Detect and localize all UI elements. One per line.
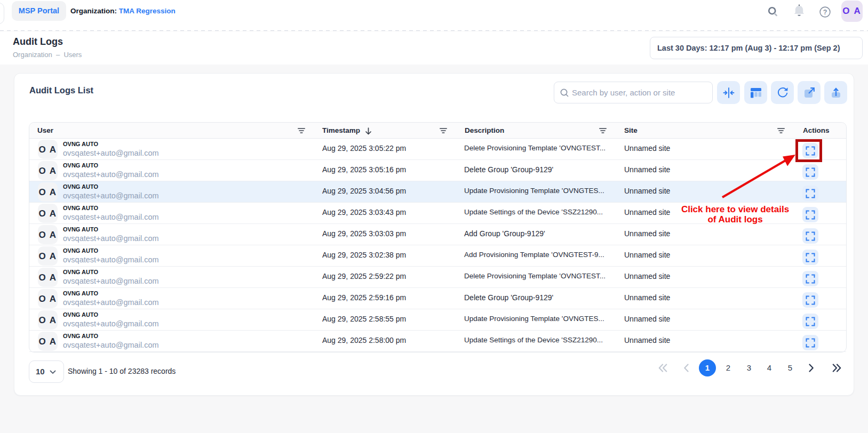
svg-text:?: ? bbox=[823, 9, 827, 16]
